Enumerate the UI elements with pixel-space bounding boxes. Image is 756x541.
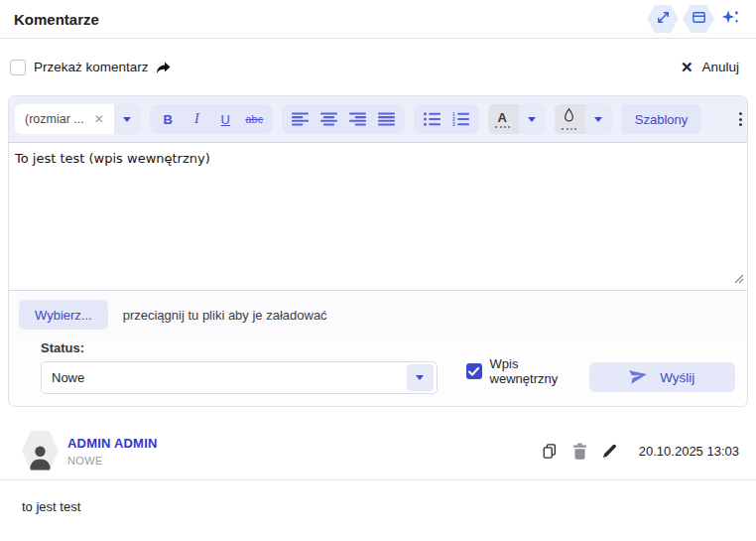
internal-entry-toggle[interactable]: Wpis wewnętrzny: [466, 356, 589, 386]
format-group: B I U abc: [150, 104, 273, 134]
expand-icon: [655, 9, 672, 30]
svg-text:1: 1: [452, 112, 455, 117]
chevron-down-icon: [416, 375, 424, 380]
status-label: Status:: [41, 340, 438, 355]
comment-body: to jest test: [0, 480, 756, 533]
more-options-button[interactable]: [733, 106, 748, 132]
layout-button[interactable]: [683, 5, 714, 33]
color-swatch-underline: [495, 126, 510, 128]
forward-comment-checkbox[interactable]: [10, 60, 26, 75]
droplet-icon: [563, 108, 575, 126]
align-right-button[interactable]: [343, 105, 372, 133]
text-color-control: A: [488, 104, 546, 134]
italic-button[interactable]: I: [183, 105, 211, 133]
send-plane-icon: [629, 367, 648, 388]
file-upload-row: Wybierz... przeciągnij tu pliki aby je z…: [9, 291, 747, 338]
pencil-icon: [602, 444, 617, 459]
highlight-color-button[interactable]: [555, 104, 583, 134]
numbered-list-icon: 123: [452, 112, 469, 126]
status-value: Nowe: [42, 370, 84, 385]
align-left-icon: [292, 112, 309, 126]
comment-author[interactable]: ADMIN ADMIN: [67, 436, 158, 451]
comment-timestamp: 20.10.2025 13:03: [639, 444, 739, 459]
status-field: Status: Nowe: [41, 340, 438, 394]
status-row: Status: Nowe Wpis wewnętrzny Wyślij: [9, 338, 747, 406]
trash-icon: [572, 443, 587, 460]
status-select[interactable]: Nowe: [41, 361, 438, 394]
editor-toolbar: (rozmiar ... ✕ B I U abc: [9, 96, 747, 142]
internal-entry-checkbox[interactable]: [466, 363, 482, 379]
align-justify-icon: [378, 112, 395, 126]
avatar-person-icon: [28, 443, 53, 471]
edit-button[interactable]: [602, 444, 617, 459]
highlight-color-control: [555, 104, 612, 134]
text-color-dropdown-button[interactable]: [519, 104, 546, 134]
cancel-button[interactable]: ✕ Anuluj: [681, 60, 739, 74]
comment-editor-panel: (rozmiar ... ✕ B I U abc: [8, 95, 748, 407]
panel-header: Komentarze: [0, 0, 756, 39]
align-right-icon: [349, 112, 366, 126]
comment-header: ADMIN ADMIN NOWE 20.10.2025 13:03: [0, 431, 756, 471]
chevron-down-icon: [123, 117, 131, 122]
header-actions: [647, 5, 744, 33]
list-group: 123: [414, 104, 479, 134]
text-color-button[interactable]: A: [488, 104, 517, 134]
choose-file-button[interactable]: Wybierz...: [19, 300, 108, 330]
bullet-list-icon: [424, 112, 441, 126]
comment-status-badge: NOWE: [67, 455, 158, 467]
align-group: [282, 104, 405, 134]
align-left-button[interactable]: [286, 105, 315, 133]
comment-meta: ADMIN ADMIN NOWE: [67, 436, 158, 467]
internal-entry-label: Wpis wewnętrzny: [490, 356, 589, 386]
delete-button[interactable]: [572, 443, 587, 460]
expand-button[interactable]: [647, 5, 679, 33]
underline-button[interactable]: U: [211, 105, 240, 133]
forward-arrow-icon: [155, 60, 172, 74]
send-label: Wyślij: [660, 370, 694, 385]
text-color-glyph: A: [498, 111, 507, 124]
page-title: Komentarze: [14, 11, 99, 28]
highlight-dropdown-button[interactable]: [585, 104, 612, 134]
svg-text:3: 3: [452, 122, 455, 126]
chevron-down-icon: [528, 117, 536, 122]
forward-comment-label: Przekaż komentarz: [34, 60, 149, 74]
align-justify-button[interactable]: [372, 105, 401, 133]
ai-sparkles-button[interactable]: [718, 6, 744, 32]
align-center-button[interactable]: [315, 105, 343, 133]
forward-row: Przekaż komentarz ✕ Anuluj: [0, 39, 756, 95]
kebab-menu-icon: [739, 112, 742, 115]
cancel-label: Anuluj: [701, 60, 739, 74]
comment-textarea[interactable]: To jest test (wpis wewnętrzny): [9, 142, 747, 291]
comment-text: To jest test (wpis wewnętrzny): [15, 151, 210, 166]
chevron-down-icon: [594, 117, 602, 122]
bullet-list-button[interactable]: [418, 105, 446, 133]
avatar: [22, 431, 59, 471]
copy-button[interactable]: [542, 443, 558, 460]
copy-icon: [542, 443, 558, 460]
align-center-icon: [320, 112, 337, 126]
strikethrough-button[interactable]: abc: [240, 105, 269, 133]
close-icon: ✕: [681, 60, 693, 74]
comments-panel: Komentarze: [0, 0, 756, 541]
comment-actions: 20.10.2025 13:03: [542, 443, 739, 460]
resize-grip-icon[interactable]: [734, 272, 744, 287]
font-size-value: (rozmiar ...: [25, 112, 84, 126]
send-button[interactable]: Wyślij: [589, 362, 735, 392]
window-icon: [691, 9, 707, 30]
clear-font-size-icon[interactable]: ✕: [94, 112, 104, 126]
bold-button[interactable]: B: [154, 105, 183, 133]
font-size-dropdown-button[interactable]: [114, 104, 141, 134]
color-swatch-underline: [562, 128, 576, 130]
templates-button[interactable]: Szablony: [621, 104, 701, 134]
upload-hint: przeciągnij tu pliki aby je załadować: [123, 308, 327, 323]
status-dropdown-button[interactable]: [407, 364, 434, 391]
numbered-list-button[interactable]: 123: [446, 105, 475, 133]
sparkles-icon: [721, 7, 741, 31]
font-size-select[interactable]: (rozmiar ... ✕: [15, 104, 141, 134]
